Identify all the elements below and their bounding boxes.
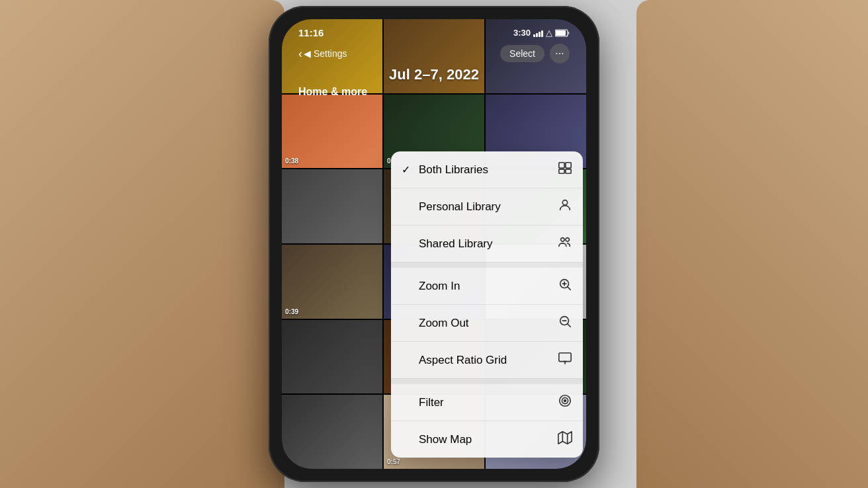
filter-item[interactable]: ✓ Filter — [391, 384, 583, 421]
zoom-out-label: Zoom Out — [419, 317, 469, 330]
status-bar: 11:16 3:30 △ — [295, 27, 573, 38]
zoom-out-item[interactable]: ✓ Zoom Out — [391, 305, 583, 342]
top-bar: 11:16 3:30 △ — [282, 19, 586, 98]
status-time: 11:16 — [298, 27, 324, 38]
show-map-label: Show Map — [419, 433, 472, 446]
svg-rect-4 — [566, 163, 571, 168]
wifi-icon: △ — [546, 28, 552, 38]
personal-library-icon — [558, 198, 572, 216]
scene: 0:38 0 0:39 0:57 — [0, 0, 868, 488]
menu-item-left: ✓ Zoom In — [402, 280, 460, 293]
menu-item-left: ✓ Show Map — [402, 433, 472, 446]
menu-item-left: ✓ Personal Library — [402, 200, 501, 214]
back-label: ◀ Settings — [304, 48, 347, 59]
both-libraries-icon — [558, 161, 572, 179]
svg-line-15 — [568, 324, 570, 327]
zoom-in-icon — [558, 277, 572, 295]
menu-divider-2 — [391, 379, 583, 384]
aspect-ratio-grid-icon — [558, 351, 572, 369]
menu-item-left: ✓ Zoom Out — [402, 317, 469, 330]
svg-point-22 — [564, 400, 566, 402]
shared-library-item[interactable]: ✓ Shared Library — [391, 225, 583, 262]
photo-cell[interactable]: 0:38 — [282, 95, 382, 169]
photo-date: Jul 2–7, 2022 — [295, 66, 573, 83]
checkmark-icon: ✓ — [402, 163, 412, 176]
menu-item-left: ✓ Shared Library — [402, 237, 493, 251]
album-title: Home & more — [298, 86, 367, 98]
phone-body: 0:38 0 0:39 0:57 — [269, 6, 599, 482]
svg-rect-17 — [559, 353, 571, 362]
battery-icon — [555, 29, 570, 37]
shared-library-label: Shared Library — [419, 237, 493, 251]
video-duration: 0:38 — [285, 157, 298, 165]
hand-left — [0, 0, 284, 488]
more-button[interactable]: ··· — [550, 44, 570, 63]
aspect-ratio-grid-label: Aspect Ratio Grid — [419, 354, 507, 367]
svg-point-9 — [566, 238, 570, 242]
zoom-in-item[interactable]: ✓ Zoom In — [391, 268, 583, 305]
nav-bar: ‹ ◀ Settings Select ··· — [295, 44, 573, 63]
menu-item-left: ✓ Filter — [402, 396, 444, 409]
photo-cell[interactable] — [282, 395, 382, 469]
menu-divider — [391, 263, 583, 268]
status-right: 3:30 △ — [513, 28, 570, 38]
status-time-right: 3:30 — [513, 28, 531, 38]
shared-library-icon — [558, 235, 572, 253]
personal-library-item[interactable]: ✓ Personal Library — [391, 188, 583, 225]
svg-rect-3 — [559, 163, 564, 168]
phone-screen: 0:38 0 0:39 0:57 — [282, 19, 586, 469]
personal-library-label: Personal Library — [419, 200, 501, 214]
photo-cell[interactable]: 0:39 — [282, 245, 382, 319]
filter-label: Filter — [419, 396, 444, 409]
view-section: ✓ Zoom In — [391, 268, 583, 379]
svg-point-8 — [561, 238, 565, 242]
context-menu: ✓ Both Libraries — [391, 151, 583, 458]
menu-item-left: ✓ Aspect Ratio Grid — [402, 354, 507, 367]
photo-cell[interactable] — [282, 169, 382, 243]
both-libraries-label: Both Libraries — [419, 163, 488, 177]
select-button[interactable]: Select — [500, 45, 544, 62]
back-button[interactable]: ‹ ◀ Settings — [298, 48, 347, 60]
zoom-in-label: Zoom In — [419, 280, 460, 293]
svg-rect-5 — [559, 169, 564, 173]
album-row: Home & more — [295, 86, 573, 98]
top-actions: Select ··· — [500, 44, 570, 63]
signal-icon — [533, 29, 543, 37]
hand-right — [636, 0, 868, 488]
filter-icon — [558, 393, 572, 411]
photo-cell[interactable] — [282, 320, 382, 394]
aspect-ratio-grid-item[interactable]: ✓ Aspect Ratio Grid — [391, 342, 583, 378]
chevron-left-icon: ‹ — [298, 48, 302, 60]
menu-item-left: ✓ Both Libraries — [402, 163, 488, 177]
video-duration: 0:39 — [285, 308, 298, 315]
video-duration: 0:57 — [387, 458, 400, 466]
show-map-item[interactable]: ✓ Show Map — [391, 421, 583, 458]
tools-section: ✓ Filter ✓ — [391, 384, 583, 458]
video-duration: 0 — [387, 157, 391, 165]
show-map-icon — [558, 430, 572, 448]
library-section: ✓ Both Libraries — [391, 151, 583, 263]
svg-marker-23 — [558, 432, 572, 444]
svg-rect-2 — [568, 32, 570, 34]
both-libraries-item[interactable]: ✓ Both Libraries — [391, 151, 583, 188]
svg-line-11 — [568, 287, 570, 290]
svg-point-7 — [562, 200, 567, 205]
svg-rect-1 — [556, 30, 566, 36]
svg-rect-6 — [566, 169, 571, 173]
zoom-out-icon — [558, 314, 572, 332]
